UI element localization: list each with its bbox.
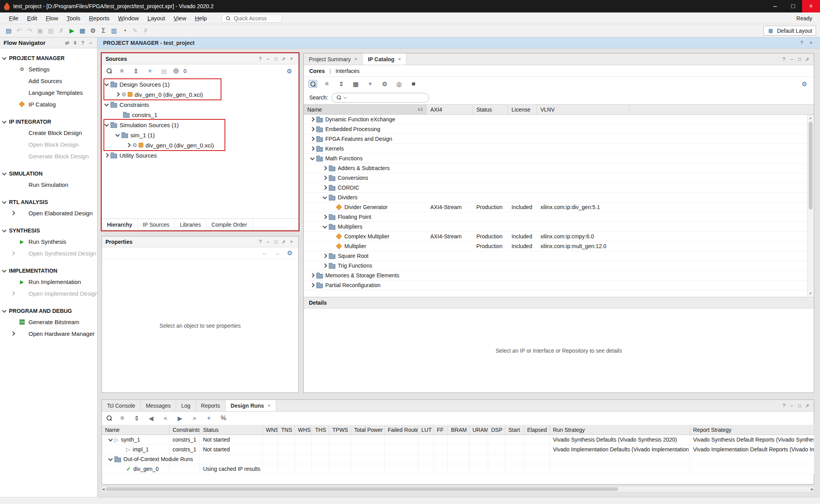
chevron-right-icon[interactable] xyxy=(126,143,130,147)
run-icon[interactable]: ▶ xyxy=(67,26,77,35)
ip-catalog-settings-gear-icon[interactable]: ⚙ xyxy=(800,79,809,89)
design-run-row[interactable]: ✓div_gen_0Using cached IP results xyxy=(102,464,814,474)
column-header-constraints[interactable]: Constraints xyxy=(169,425,200,435)
sources-panel-header[interactable]: Sources ?–□⇗× xyxy=(102,53,298,64)
scrollbar-thumb[interactable] xyxy=(809,122,813,209)
sources-settings-gear-icon[interactable]: ⚙ xyxy=(285,66,294,76)
close-icon[interactable]: × xyxy=(288,55,295,62)
maximize-icon[interactable]: □ xyxy=(273,238,279,245)
tab-project-summary[interactable]: Project Summary× xyxy=(304,53,363,65)
chevron-down-icon[interactable] xyxy=(104,82,109,86)
save-icon[interactable]: ▤ xyxy=(4,26,13,35)
ip-catalog-row[interactable]: Square Root xyxy=(304,251,814,261)
chevron-right-icon[interactable] xyxy=(323,185,327,190)
chevron-down-icon[interactable] xyxy=(323,224,327,228)
copy-icon[interactable]: ▣ xyxy=(36,26,45,35)
sources-tab-compile-order[interactable]: Compile Order xyxy=(207,219,253,230)
design-run-row[interactable]: Out-of-Context Module Runs xyxy=(102,454,814,464)
column-header-tns[interactable]: TNS xyxy=(278,425,295,435)
column-header-ff[interactable]: FF xyxy=(434,425,448,435)
menu-help[interactable]: Help xyxy=(191,12,211,24)
edit-icon[interactable]: ✎ xyxy=(130,26,140,35)
flow-item-add-sources[interactable]: Add Sources xyxy=(0,75,97,87)
go-first-icon[interactable]: ◀ xyxy=(146,413,156,423)
properties-settings-gear-icon[interactable]: ⚙ xyxy=(285,248,294,258)
scroll-down-button[interactable]: ▾ xyxy=(809,290,811,296)
close-design-icon[interactable]: ✗ xyxy=(141,26,150,35)
search-icon[interactable] xyxy=(106,68,112,74)
close-icon[interactable]: × xyxy=(288,238,295,245)
ip-catalog-row[interactable]: Memories & Storage Elements xyxy=(304,271,814,280)
column-header-elapsed[interactable]: Elapsed xyxy=(524,425,550,435)
float-icon[interactable]: ⇗ xyxy=(280,238,287,245)
ip-search-box[interactable] xyxy=(332,93,429,103)
chart-icon[interactable]: ▥ xyxy=(109,26,119,35)
minimize-icon[interactable]: – xyxy=(265,55,271,62)
chevron-down-icon[interactable] xyxy=(104,102,109,106)
column-header-ths[interactable]: THS xyxy=(312,425,329,435)
window-maximize-button[interactable]: □ xyxy=(784,0,802,12)
maximize-icon[interactable]: □ xyxy=(796,55,803,64)
chevron-right-icon[interactable] xyxy=(115,92,119,96)
close-icon[interactable]: × xyxy=(267,403,271,408)
back-icon[interactable]: ← xyxy=(260,248,269,258)
flow-item-open-block-design[interactable]: Open Block Design xyxy=(0,138,97,150)
design-run-row[interactable]: ▷impl_1constrs_1Not startedVivado Implem… xyxy=(102,445,814,454)
column-header-run-strategy[interactable]: Run Strategy xyxy=(550,425,690,435)
column-header-bram[interactable]: BRAM xyxy=(448,425,469,435)
quick-access-search[interactable] xyxy=(221,14,282,23)
column-header-axi4[interactable]: AXI4 xyxy=(427,105,473,114)
help-icon[interactable]: ? xyxy=(257,238,264,245)
menu-edit[interactable]: Edit xyxy=(23,12,41,24)
chevron-right-icon[interactable] xyxy=(310,146,314,151)
column-header-name[interactable]: Name xyxy=(102,425,169,435)
vertical-scrollbar[interactable]: ▴ ▾ xyxy=(807,115,813,296)
column-header-uram[interactable]: URAM xyxy=(469,425,488,435)
flow-section-header[interactable]: SYNTHESIS xyxy=(0,225,97,236)
column-header-tpws[interactable]: TPWS xyxy=(329,425,351,435)
column-header-total-power[interactable]: Total Power xyxy=(351,425,385,435)
column-header-failed-routes[interactable]: Failed Routes xyxy=(385,425,418,435)
ip-catalog-row[interactable]: Embedded Processing xyxy=(304,124,814,134)
ip-settings-icon[interactable]: ⚙ xyxy=(380,79,389,89)
close-icon[interactable]: × xyxy=(808,39,815,46)
stop-icon[interactable]: ■ xyxy=(409,79,418,89)
close-icon[interactable]: × xyxy=(354,56,357,62)
ip-catalog-row[interactable]: FPGA Features and Design xyxy=(304,134,814,144)
close-icon[interactable]: × xyxy=(398,56,401,62)
column-header-name[interactable]: Name∧1 xyxy=(304,105,427,114)
add-sources-icon[interactable]: + xyxy=(145,66,155,76)
quick-access-input[interactable] xyxy=(234,15,278,21)
sources-tree-item[interactable]: Design Sources (1) xyxy=(102,79,298,89)
sources-tree-item[interactable]: Simulation Sources (1) xyxy=(102,120,298,130)
chevron-right-icon[interactable] xyxy=(11,291,15,295)
ip-search-input[interactable] xyxy=(348,94,425,101)
chevron-right-icon[interactable] xyxy=(323,215,327,219)
collapse-all-icon[interactable]: ≡ xyxy=(117,66,127,76)
flow-item-open-elaborated-design[interactable]: Open Elaborated Design xyxy=(0,207,97,219)
step-forward-icon[interactable]: » xyxy=(190,413,199,423)
ip-catalog-row[interactable]: Partial Reconfiguration xyxy=(304,280,814,290)
chevron-right-icon[interactable] xyxy=(323,254,327,258)
minimize-icon[interactable]: – xyxy=(788,55,795,64)
flow-item-language-templates[interactable]: Language Templates xyxy=(0,87,97,98)
flow-item-create-block-design[interactable]: Create Block Design xyxy=(0,127,97,138)
sigma-icon[interactable]: Σ xyxy=(99,26,108,35)
chevron-down-icon[interactable] xyxy=(2,308,6,312)
target-icon[interactable]: ◎ xyxy=(394,79,404,89)
flow-item-settings[interactable]: ⚙Settings xyxy=(0,63,97,75)
flow-section-header[interactable]: IP INTEGRATOR xyxy=(0,117,97,127)
chevron-right-icon[interactable] xyxy=(11,251,15,255)
tab-tcl-console[interactable]: Tcl Console xyxy=(102,400,141,411)
flow-section-header[interactable]: SIMULATION xyxy=(0,169,97,179)
flow-item-open-synthesized-design[interactable]: Open Synthesized Design xyxy=(0,247,97,259)
add-run-icon[interactable]: + xyxy=(204,413,214,423)
column-header-license[interactable]: License xyxy=(508,105,537,114)
design-run-row[interactable]: ▷synth_1constrs_1Not startedVivado Synth… xyxy=(102,435,814,445)
ip-catalog-row[interactable]: Conversions xyxy=(304,173,814,183)
scroll-up-button[interactable]: ▴ xyxy=(809,115,811,121)
sources-tree-item[interactable]: constrs_1 xyxy=(102,110,298,120)
chevron-right-icon[interactable] xyxy=(310,127,314,131)
ip-catalog-row[interactable]: CORDIC xyxy=(304,183,814,193)
tab-design-runs[interactable]: Design Runs× xyxy=(226,400,276,411)
